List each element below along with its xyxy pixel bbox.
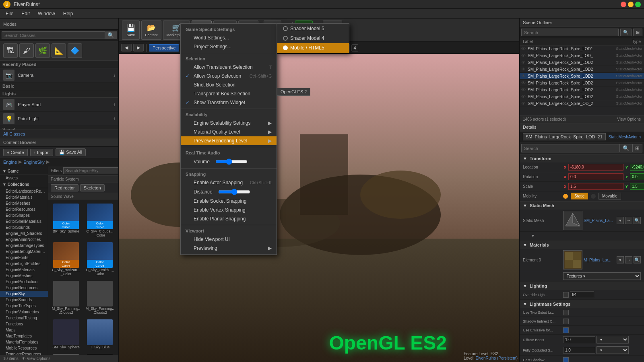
so-row[interactable]: 👁 SM_Plains_LargeRock_Spire_LOD2 StaticM… [520, 66, 644, 73]
so-row[interactable]: 👁 SM_Plains_LargeRock_Spire_OD_2 StaticM… [520, 100, 644, 107]
list-item[interactable]: 🎮 Player Start ℹ [0, 98, 118, 112]
diffuse-boost-input[interactable] [563, 336, 595, 343]
asset-search-input[interactable] [63, 167, 118, 174]
fully-occluded-input[interactable] [563, 347, 595, 354]
viewport[interactable]: OpenGL ES2 Feature Level: ES2 Level: Elv… [119, 54, 519, 362]
asset-item[interactable]: ColorCurve C_Sky_Horizon..._Color [50, 241, 82, 278]
preview-rendering-item[interactable]: Preview Rendering Level ▶ [181, 136, 277, 145]
tree-item[interactable]: EditorMaterials [0, 194, 48, 200]
tree-item[interactable]: MobileResources [0, 345, 48, 351]
transparent-box-item[interactable]: Transparent Box Selection [181, 89, 277, 98]
volume-slider[interactable] [215, 158, 248, 165]
scale-y-input[interactable] [630, 183, 644, 190]
placement-mode-btn-place[interactable]: 🏗 [3, 43, 18, 58]
asset-item[interactable]: T_Sky_Blue [84, 318, 116, 351]
path-engine[interactable]: Engine [3, 160, 17, 165]
allow-translucent-item[interactable]: Allow Translucent Selection T [181, 63, 277, 72]
so-grid-button[interactable]: ⊞ [633, 29, 642, 36]
tree-item[interactable]: Functions [0, 321, 48, 327]
tree-item[interactable]: EngineMaterials [0, 267, 48, 273]
so-row[interactable]: 👁 SM_Plains_LargeRock_Spire_LOD2 StaticM… [520, 93, 644, 100]
search-classes-input[interactable] [2, 31, 105, 39]
lightmass-header[interactable]: ▼ Lightmass Settings [520, 300, 644, 308]
asset-item[interactable]: T_Sky_Stars [84, 352, 116, 355]
override-light-checkbox[interactable] [563, 292, 569, 298]
tree-item[interactable]: EngineSky [0, 291, 48, 297]
so-row[interactable]: 👁 SM_Plains_LargeRock_Spire_LOD_ StaticM… [520, 52, 644, 59]
minimize-button[interactable] [628, 2, 634, 7]
placement-mode-btn-paint[interactable]: 🖌 [19, 43, 34, 58]
redirector-btn[interactable]: Redirector [51, 184, 78, 191]
path-enginesky[interactable]: EngineSky [23, 160, 45, 165]
asset-item[interactable]: SM_Sky_Sphere [50, 318, 82, 351]
content-toolbar-button[interactable]: 📂 Content [141, 21, 161, 40]
static-mesh-header[interactable]: ▼ Static Mesh [520, 202, 644, 210]
tree-item[interactable]: EngineLightProfiles [0, 261, 48, 267]
tree-item[interactable]: EngineSounds [0, 297, 48, 303]
mesh-expand-row[interactable]: ▼ [520, 232, 644, 241]
tree-item[interactable]: EditorShellMaterials [0, 218, 48, 224]
list-item[interactable]: 📷 Camera ℹ [0, 68, 118, 82]
distance-slider[interactable] [218, 189, 250, 195]
view-options-link[interactable]: 👁 View Options [22, 356, 51, 361]
so-row[interactable]: 👁 SM_Plains_LargeRock_Spire_LOD2 StaticM… [520, 80, 644, 86]
material-quality-item[interactable]: Material Quality Level ▶ [181, 128, 277, 136]
scene-outliner-search-input[interactable] [521, 29, 619, 36]
shader-model5-item[interactable]: Shader Model 5 [277, 24, 349, 33]
so-row[interactable]: 👁 SM_Plains_LargeRock_Spire_LOD2 StaticM… [520, 59, 644, 66]
menu-window[interactable]: Window [34, 10, 59, 17]
tree-item[interactable]: TemplateResources [0, 351, 48, 355]
scale-x-input[interactable] [568, 183, 623, 190]
mat-goto-button[interactable]: → [625, 256, 632, 263]
so-view-options[interactable]: View Options [617, 117, 641, 121]
shader-model4-item[interactable]: Shader Model 4 [277, 33, 349, 43]
textures-dropdown[interactable]: Textures ▾ [563, 272, 641, 280]
diffuse-boost-select[interactable]: ▾ [597, 336, 629, 343]
placement-mode-btn-mesh[interactable]: 🔷 [68, 43, 82, 58]
rotation-y-input[interactable] [630, 173, 644, 180]
fully-occluded-select[interactable]: ▾ [597, 346, 629, 354]
rotation-x-input[interactable] [568, 173, 623, 180]
mesh-search-button[interactable]: 🔍 [634, 217, 641, 224]
maximize-button[interactable] [635, 2, 641, 7]
so-search-button[interactable]: 🔍 [620, 29, 632, 36]
search-button[interactable]: 🔍 [105, 31, 117, 39]
mesh-browse-button[interactable]: ▾ [617, 217, 624, 224]
strict-box-item[interactable]: Strict Box Selection [181, 80, 277, 89]
tree-item[interactable]: EngineResources [0, 285, 48, 291]
tree-item[interactable]: EngineProduction [0, 279, 48, 285]
details-search-input[interactable] [521, 144, 620, 152]
asset-item[interactable]: ColorCurve C_Sky_Zenith..._Color [84, 241, 116, 278]
save-all-button[interactable]: 💾 Save All [56, 148, 86, 156]
menu-help[interactable]: Help [59, 10, 77, 17]
undo-button[interactable]: ◀ [121, 44, 132, 51]
asset-item[interactable]: ColorCurve BP_Sky_Sphere [50, 202, 82, 239]
save-toolbar-button[interactable]: 💾 Save [122, 21, 140, 40]
override-light-input[interactable] [570, 291, 594, 298]
asset-item[interactable]: ColorCurve C_Sky_Clouds..._Color [84, 202, 116, 239]
list-item[interactable]: 💡 Point Light ℹ [0, 112, 118, 126]
enable-vertex-snap-item[interactable]: Enable Vertex Snapping [181, 206, 277, 214]
static-button[interactable]: Static [571, 193, 588, 200]
det-grid-button[interactable]: ⊞ [632, 144, 642, 152]
tree-item[interactable]: Maps [0, 327, 48, 333]
placement-mode-btn-geometry[interactable]: 📐 [52, 43, 66, 58]
selected-actor-name-input[interactable] [523, 133, 606, 140]
enable-planar-snap-item[interactable]: Enable Planar Snapping [181, 214, 277, 223]
tree-item[interactable]: Engine_MI_Shaders [0, 230, 48, 237]
all-classes-link[interactable]: All Classes [0, 130, 118, 138]
tree-item[interactable]: EditorResources [0, 206, 48, 212]
menu-edit[interactable]: Edit [17, 10, 34, 17]
project-settings-item[interactable]: Project Settings... [181, 42, 277, 51]
so-row[interactable]: 👁 SM_Plains_LargeRock_Spire_LOD1 StaticM… [520, 45, 644, 52]
asset-item[interactable]: M_Sky_Panning...Clouds2 [50, 279, 82, 316]
mat-browse-button[interactable]: ▾ [617, 256, 624, 263]
tree-item-assets[interactable]: Assets [0, 175, 48, 181]
static-mesh-actor-link[interactable]: StaticMeshActor.h [608, 135, 641, 139]
import-button[interactable]: ↑ Import [30, 149, 54, 156]
det-search-button[interactable]: 🔍 [620, 144, 632, 152]
tree-item[interactable]: EngineAnimNotifies [0, 237, 48, 243]
materials-header[interactable]: ▼ Materials [520, 241, 644, 249]
skeleton-btn[interactable]: Skeleton [80, 184, 105, 191]
allow-group-item[interactable]: ✓ Allow Group Selection Ctrl+Shift+G [181, 72, 277, 80]
